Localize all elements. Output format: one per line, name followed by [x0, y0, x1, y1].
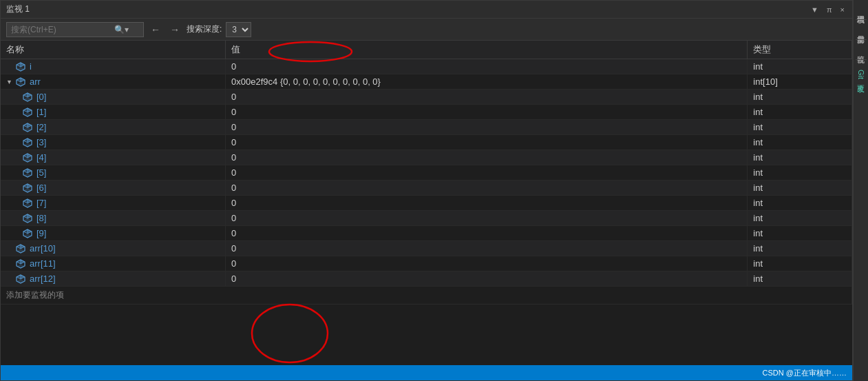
- panel-title: 监视 1: [6, 3, 30, 15]
- var-name: arr: [30, 76, 41, 87]
- table-row[interactable]: ▼ arr0x00e2f9c4 {0, 0, 0, 0, 0, 0, 0, 0,…: [1, 74, 852, 90]
- svg-marker-52: [23, 173, 32, 177]
- cube-icon: [16, 274, 25, 284]
- value-cell: 0: [226, 120, 748, 135]
- sidebar-divider-3: [856, 59, 867, 60]
- title-bar: 监视 1 ▼ π ×: [1, 1, 852, 19]
- nav-back-button[interactable]: ←: [148, 24, 163, 35]
- var-name: [0]: [36, 92, 46, 102]
- col-header-type: 类型: [748, 41, 852, 59]
- close-btn[interactable]: ×: [838, 6, 847, 14]
- name-cell: [7]: [1, 196, 226, 211]
- name-cell: arr[11]: [1, 256, 226, 271]
- table-row[interactable]: [3]0int: [1, 135, 852, 150]
- name-cell: [3]: [1, 135, 226, 150]
- dropdown-btn[interactable]: ▼: [809, 6, 821, 14]
- table-row[interactable]: arr[11]0int: [1, 256, 852, 271]
- add-watch-row[interactable]: 添加要监视的项: [1, 287, 852, 305]
- value-cell: 0: [226, 241, 748, 256]
- table-row[interactable]: [9]0int: [1, 226, 852, 241]
- svg-marker-45: [23, 158, 32, 162]
- table-row[interactable]: arr[10]0int: [1, 241, 852, 256]
- table-header-row: 名称 值 类型: [1, 41, 852, 59]
- title-controls: ▼ π ×: [809, 6, 847, 14]
- search-input[interactable]: [11, 25, 114, 34]
- sidebar-divider-2: [856, 39, 867, 40]
- svg-marker-17: [23, 97, 32, 101]
- add-watch-label[interactable]: 添加要监视的项: [1, 287, 852, 305]
- cube-icon: [23, 107, 32, 117]
- value-cell: 0: [226, 181, 748, 196]
- svg-marker-24: [23, 112, 32, 116]
- type-cell: int: [748, 211, 852, 226]
- table-row[interactable]: [2]0int: [1, 120, 852, 135]
- svg-marker-101: [17, 279, 25, 283]
- type-cell: int: [748, 181, 852, 196]
- watch-table-container[interactable]: 名称 值 类型 i0int▼ arr0x00e2f9c4 {0, 0, 0, 0…: [1, 41, 852, 365]
- cube-icon: [23, 153, 32, 163]
- svg-marker-73: [23, 218, 32, 223]
- name-cell: [4]: [1, 150, 226, 165]
- sidebar-item-call-stack[interactable]: 调用堆栈: [856, 7, 866, 12]
- table-row[interactable]: [6]0int: [1, 181, 852, 196]
- type-cell: int: [748, 59, 852, 74]
- name-cell: arr[12]: [1, 271, 226, 287]
- type-cell: int: [748, 196, 852, 211]
- type-cell: int: [748, 241, 852, 256]
- name-cell: [1]: [1, 105, 226, 120]
- svg-marker-31: [23, 127, 32, 132]
- name-cell: [8]: [1, 211, 226, 226]
- svg-marker-59: [23, 188, 32, 192]
- col-header-value: 值: [226, 41, 748, 59]
- search-icon[interactable]: 🔍▾: [114, 25, 129, 34]
- table-row[interactable]: [7]0int: [1, 196, 852, 211]
- type-cell: int[10]: [748, 74, 852, 90]
- cube-icon: [23, 92, 32, 102]
- type-cell: int: [748, 135, 852, 150]
- var-name: [1]: [36, 107, 46, 117]
- sidebar-item-locals[interactable]: 局部变量: [856, 27, 866, 32]
- value-cell: 0: [226, 150, 748, 165]
- pin-btn[interactable]: π: [825, 6, 834, 14]
- svg-marker-66: [23, 203, 32, 207]
- var-name: [4]: [36, 152, 46, 163]
- search-box[interactable]: 🔍▾: [6, 22, 144, 37]
- var-name: [6]: [36, 183, 46, 193]
- var-name: [9]: [36, 228, 46, 238]
- expand-arrow-icon[interactable]: ▼: [6, 79, 13, 85]
- table-row[interactable]: arr[12]0int: [1, 271, 852, 287]
- var-name: i: [30, 61, 32, 72]
- var-name: [3]: [36, 137, 46, 147]
- table-row[interactable]: [8]0int: [1, 211, 852, 226]
- watch-table: 名称 值 类型 i0int▼ arr0x00e2f9c4 {0, 0, 0, 0…: [1, 41, 852, 305]
- nav-forward-button[interactable]: →: [167, 24, 182, 35]
- depth-label: 搜索深度:: [187, 23, 222, 35]
- table-row[interactable]: i0int: [1, 59, 852, 74]
- type-cell: int: [748, 150, 852, 165]
- table-row[interactable]: [5]0int: [1, 165, 852, 181]
- sidebar-divider-1: [856, 19, 867, 20]
- cube-icon: [16, 244, 25, 254]
- cube-icon: [16, 77, 25, 87]
- name-cell: [2]: [1, 120, 226, 135]
- value-cell: 0: [226, 211, 748, 226]
- name-cell: arr[10]: [1, 241, 226, 256]
- cube-icon: [23, 198, 32, 208]
- value-cell: 0: [226, 226, 748, 241]
- type-cell: int: [748, 120, 852, 135]
- table-row[interactable]: [1]0int: [1, 105, 852, 120]
- type-cell: int: [748, 271, 852, 287]
- depth-select[interactable]: 1 2 3 4 5: [226, 22, 251, 37]
- sidebar-item-watch[interactable]: 监视: [856, 47, 866, 52]
- svg-marker-38: [23, 143, 32, 147]
- var-name: arr[10]: [30, 243, 56, 254]
- var-name: [8]: [36, 213, 46, 223]
- cube-icon: [16, 62, 25, 72]
- status-footer: CSDN @正在审核中……: [1, 365, 852, 380]
- cube-icon: [16, 259, 25, 269]
- table-row[interactable]: [4]0int: [1, 150, 852, 165]
- var-name: arr[11]: [30, 258, 56, 269]
- type-cell: int: [748, 90, 852, 105]
- sidebar-item-git[interactable]: Git更改: [856, 67, 866, 82]
- table-row[interactable]: [0]0int: [1, 90, 852, 105]
